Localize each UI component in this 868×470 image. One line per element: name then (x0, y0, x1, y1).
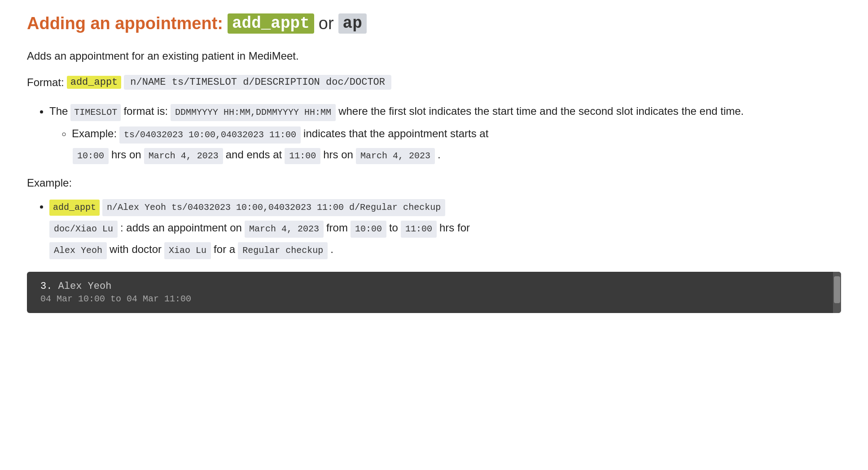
sub-example-content: Example: ts/04032023 10:00,04032023 11:0… (72, 125, 841, 144)
panel-item-name: Alex Yeoh (58, 281, 112, 292)
example-fora: for a (214, 240, 235, 259)
dark-panel: 3. Alex Yeoh 04 Mar 10:00 to 04 Mar 11:0… (27, 272, 841, 313)
example-from: from (326, 219, 348, 237)
sub-code-march1: March 4, 2023 (144, 148, 223, 164)
panel-item-sub: 04 Mar 10:00 to 04 Mar 11:00 (40, 294, 828, 304)
example-code-checkup: Regular checkup (238, 242, 328, 259)
sub-code-end: 11:00 (285, 148, 320, 164)
sub-example-code: ts/04032023 10:00,04032023 11:00 (119, 126, 301, 144)
sub-list-item-example: Example: ts/04032023 10:00,04032023 11:0… (72, 125, 841, 164)
example-list: add_appt n/Alex Yeoh ts/04032023 10:00,0… (49, 198, 841, 259)
timeslot-format-code: DDMMYYYY HH:MM,DDMMYYYY HH:MM (171, 104, 336, 121)
format-line: Format: add_appt n/NAME ts/TIMESLOT d/DE… (27, 75, 841, 90)
sub-code-march2: March 4, 2023 (356, 148, 435, 164)
example-code-11: 11:00 (401, 221, 437, 238)
timeslot-content: The TIMESLOT format is: DDMMYYYY HH:MM,D… (49, 102, 841, 121)
sub-example-row2: 10:00 hrs on March 4, 2023 and ends at 1… (72, 146, 841, 164)
title-cmd1: add_appt (228, 13, 314, 34)
sub-text1: hrs on (111, 146, 141, 163)
format-label: Format: (27, 76, 64, 89)
page-title: Adding an appointment: add_appt or ap (27, 13, 841, 34)
list-item-timeslot: The TIMESLOT format is: DDMMYYYY HH:MM,D… (49, 102, 841, 164)
sub-example-pre: Example: (72, 125, 117, 143)
title-cmd2: ap (338, 13, 367, 34)
sub-code-start: 10:00 (73, 148, 109, 164)
title-or: or (319, 14, 334, 33)
example-row1: add_appt n/Alex Yeoh ts/04032023 10:00,0… (49, 199, 841, 216)
example-code-march: March 4, 2023 (245, 221, 324, 238)
example-colon: : adds an appointment on (120, 219, 242, 237)
example-cmd: add_appt (49, 200, 100, 216)
panel-item-alex: 3. Alex Yeoh (40, 281, 828, 292)
panel-item-number: 3. (40, 281, 52, 292)
sub-text4: . (438, 146, 441, 163)
example-row3: Alex Yeoh with doctor Xiao Lu for a Regu… (49, 240, 841, 259)
scrollbar-thumb[interactable] (834, 276, 840, 303)
title-prefix: Adding an appointment: (27, 14, 223, 33)
example-with: with doctor (110, 240, 162, 259)
example-code-alex: Alex Yeoh (49, 242, 107, 259)
example-row2: doc/Xiao Lu : adds an appointment on Mar… (49, 219, 841, 238)
timeslot-code: TIMESLOT (70, 104, 121, 121)
bullet1-pre: The (49, 102, 68, 121)
sub-list: Example: ts/04032023 10:00,04032023 11:0… (72, 125, 841, 164)
example-code-10: 10:00 (351, 221, 386, 238)
example-list-item: add_appt n/Alex Yeoh ts/04032023 10:00,0… (49, 198, 841, 259)
main-list: The TIMESLOT format is: DDMMYYYY HH:MM,D… (49, 102, 841, 164)
bullet1-mid: format is: (123, 102, 168, 121)
sub-text3: hrs on (323, 146, 353, 163)
sub-text2: and ends at (226, 146, 282, 163)
example-label: Example: (27, 177, 841, 189)
example-hrs: hrs for (439, 219, 470, 237)
bullet1-post: where the first slot indicates the start… (338, 102, 744, 121)
format-cmd: add_appt (67, 76, 122, 89)
sub-example-mid: indicates that the appointment starts at (303, 125, 488, 143)
example-code-doc: Xiao Lu (164, 242, 211, 259)
format-rest: n/NAME ts/TIMESLOT d/DESCRIPTION doc/DOC… (124, 75, 391, 90)
example-rest2: doc/Xiao Lu (49, 221, 118, 238)
example-period: . (330, 240, 333, 259)
example-rest1: n/Alex Yeoh ts/04032023 10:00,04032023 1… (102, 199, 445, 216)
scrollbar-track[interactable] (833, 272, 841, 313)
example-to: to (389, 219, 398, 237)
description-text: Adds an appointment for an existing pati… (27, 50, 841, 62)
